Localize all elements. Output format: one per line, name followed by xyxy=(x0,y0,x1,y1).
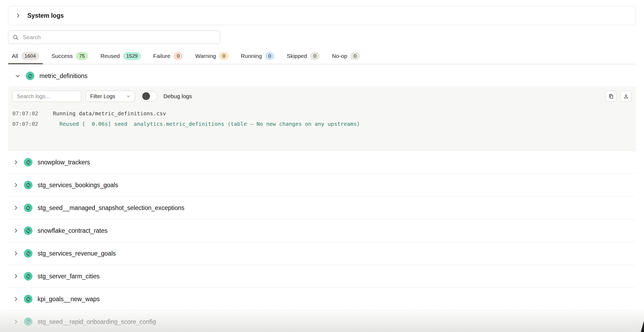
tab-count-badge: 75 xyxy=(76,52,88,60)
status-tab[interactable]: No-op 0 xyxy=(328,50,364,64)
tab-label: Skipped xyxy=(287,53,307,59)
status-tab[interactable]: Reused 1529 xyxy=(97,50,145,64)
chevron-right-icon xyxy=(13,296,19,302)
log-message: Running data/metric_definitions.csv xyxy=(53,110,166,117)
section-list: snowplow_trackers stg_services_bookings_… xyxy=(8,151,636,332)
search-input[interactable] xyxy=(23,34,215,40)
sync-icon xyxy=(24,295,32,303)
section-row-label: snowplow_trackers xyxy=(38,159,90,166)
section-row-label: kpi_goals__new_waps xyxy=(38,296,100,303)
status-tab[interactable]: Running 0 xyxy=(237,50,278,64)
chevron-right-icon xyxy=(13,319,19,325)
download-icon xyxy=(623,93,629,99)
section-row[interactable]: stg_server_farm_cities xyxy=(8,265,636,287)
sync-icon xyxy=(24,318,32,326)
filter-logs-select[interactable]: Filter Logs xyxy=(86,91,135,102)
tab-label: Success xyxy=(52,53,73,59)
cursor-artifact xyxy=(641,321,644,332)
chevron-right-icon xyxy=(13,205,19,211)
sync-icon xyxy=(24,226,32,235)
chevron-down-icon xyxy=(15,73,21,79)
tab-count-badge: 0 xyxy=(350,52,360,60)
chevron-down-icon xyxy=(126,94,130,98)
chevron-right-icon xyxy=(13,159,19,165)
sync-icon xyxy=(24,249,32,258)
section-row[interactable]: stg_services_bookings_goals xyxy=(8,174,636,196)
section-row-label: stg_services_bookings_goals xyxy=(38,182,118,189)
debug-logs-toggle[interactable] xyxy=(141,91,158,101)
debug-logs-label: Debug logs xyxy=(163,93,192,99)
system-logs-page: System logs All 1604 Success 75 Reused 1… xyxy=(0,0,644,332)
log-timestamp: 07:07:02 xyxy=(12,121,38,127)
tab-count-badge: 0 xyxy=(265,52,275,60)
toggle-knob xyxy=(142,92,150,100)
section-row[interactable]: snowplow_trackers xyxy=(8,151,636,174)
section-header-metric-definitions[interactable]: metric_definitions xyxy=(8,67,636,85)
sync-icon xyxy=(24,272,32,281)
filter-logs-label: Filter Logs xyxy=(90,93,115,99)
tab-label: Reused xyxy=(100,53,120,59)
copy-logs-button[interactable] xyxy=(605,91,617,102)
system-logs-header[interactable]: System logs xyxy=(8,6,636,25)
search-icon xyxy=(13,34,19,40)
chevron-right-icon xyxy=(13,273,19,279)
tab-label: Warning xyxy=(195,53,216,59)
status-tab[interactable]: Skipped 0 xyxy=(283,50,323,64)
tab-label: Running xyxy=(241,53,262,59)
tab-count-badge: 0 xyxy=(174,52,183,60)
tab-label: All xyxy=(12,53,18,59)
status-tab[interactable]: Failure 0 xyxy=(149,50,187,64)
page-title: System logs xyxy=(27,12,64,19)
chevron-right-icon xyxy=(13,228,19,234)
section-label: metric_definitions xyxy=(39,72,87,80)
tab-label: No-op xyxy=(332,53,347,59)
log-line: 07:07:02Running data/metric_definitions.… xyxy=(12,108,632,119)
log-line: 07:07:02 Reused [ 0.06s] seed analytics.… xyxy=(12,119,632,129)
log-search-input[interactable] xyxy=(12,91,81,102)
sync-icon xyxy=(26,72,34,80)
chevron-right-icon xyxy=(13,250,19,256)
chevron-right-icon xyxy=(13,182,19,188)
download-logs-button[interactable] xyxy=(620,91,632,102)
status-tab[interactable]: All 1604 xyxy=(8,50,43,64)
log-panel: Filter Logs Debug logs 07:07:02Ru xyxy=(8,86,636,151)
sync-icon xyxy=(24,158,32,167)
copy-icon xyxy=(608,93,614,99)
tab-count-badge: 1529 xyxy=(123,52,141,60)
section-row-label: snowflake_contract_rates xyxy=(38,227,108,234)
log-toolbar: Filter Logs Debug logs xyxy=(12,91,632,102)
sync-icon xyxy=(24,181,32,189)
chevron-right-icon xyxy=(15,13,21,19)
section-row-label: stg_seed__managed_snapshot_selection_exc… xyxy=(38,204,184,212)
section-row[interactable]: stg_seed__rapid_onboarding_score_config xyxy=(8,310,636,332)
status-tab[interactable]: Success 75 xyxy=(48,50,92,64)
sync-icon xyxy=(24,204,32,212)
log-lines: 07:07:02Running data/metric_definitions.… xyxy=(12,108,632,129)
section-row[interactable]: kpi_goals__new_waps xyxy=(8,287,636,310)
status-tab[interactable]: Warning 0 xyxy=(192,50,232,64)
section-row[interactable]: stg_services_revenue_goals xyxy=(8,242,636,265)
section-row-label: stg_services_revenue_goals xyxy=(38,250,116,257)
status-tabs: All 1604 Success 75 Reused 1529 Failure … xyxy=(8,50,636,64)
tab-count-badge: 1604 xyxy=(21,52,39,60)
tab-label: Failure xyxy=(153,53,170,59)
section-row[interactable]: snowflake_contract_rates xyxy=(8,219,636,242)
section-row-label: stg_server_farm_cities xyxy=(38,273,100,280)
log-timestamp: 07:07:02 xyxy=(12,110,38,117)
section-row[interactable]: stg_seed__managed_snapshot_selection_exc… xyxy=(8,196,636,219)
log-message: Reused [ 0.06s] seed analytics.metric_de… xyxy=(53,121,360,127)
tab-count-badge: 0 xyxy=(219,52,229,60)
global-search xyxy=(8,31,220,44)
tab-count-badge: 0 xyxy=(310,52,320,60)
section-row-label: stg_seed__rapid_onboarding_score_config xyxy=(38,318,156,326)
